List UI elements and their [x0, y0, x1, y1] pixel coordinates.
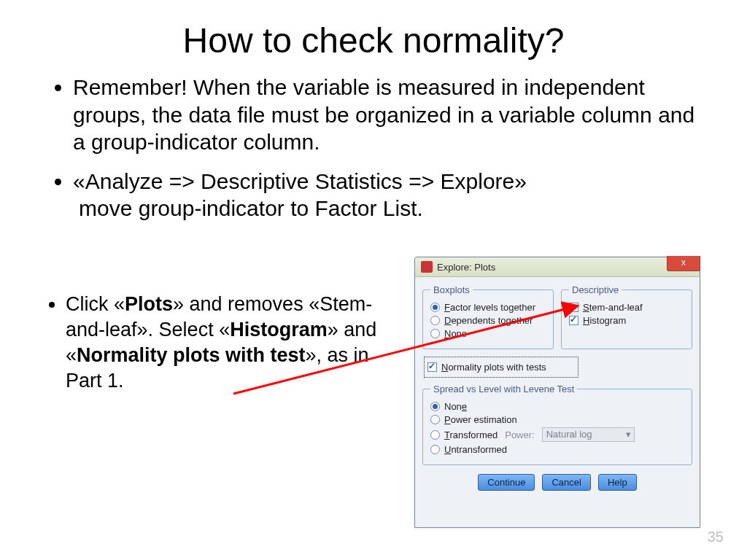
radio-icon [430, 415, 440, 424]
mnemonic: U [444, 444, 451, 455]
descriptive-stem-and-leaf[interactable]: Stem-and-leaf [569, 302, 684, 313]
mnemonic: e [462, 401, 467, 412]
boxplots-factor-levels[interactable]: Factor levels together [430, 302, 546, 313]
spread-legend: Spread vs Level with Levene Test [430, 384, 577, 394]
checkbox-icon [427, 362, 437, 372]
bullet-3-text-a: Click « [66, 293, 125, 315]
checkbox-icon [569, 303, 578, 312]
bullet-1: Remember! When the variable is measured … [73, 74, 703, 156]
mnemonic: N [441, 362, 448, 373]
bullet-3-histogram: Histogram [230, 319, 328, 341]
descriptive-legend: Descriptive [569, 284, 622, 295]
radio-icon [430, 402, 440, 411]
spread-level-group: Spread vs Level with Levene Test None Po… [422, 384, 692, 465]
boxplots-group: Boxplots Factor levels together Dependen… [422, 284, 554, 349]
dialog-body: Boxplots Factor levels together Dependen… [415, 277, 700, 497]
radio-icon [430, 316, 440, 325]
bullet-3-plots: Plots [125, 293, 173, 315]
bullet-2-line1: «Analyze => Descriptive Statistics => Ex… [73, 169, 527, 193]
dialog-title: Explore: Plots [437, 262, 495, 273]
radio-icon [430, 329, 440, 338]
explore-plots-dialog: Explore: Plots x Boxplots Factor levels … [414, 257, 700, 528]
boxplots-legend: Boxplots [430, 284, 473, 295]
cancel-button[interactable]: Cancel [542, 474, 590, 491]
boxplots-none[interactable]: None [430, 328, 546, 339]
spread-transformed[interactable]: Transformed Power: Natural log [430, 427, 684, 442]
bullet-2-line2: move group-indicator to Factor List. [73, 196, 423, 220]
mnemonic: T [444, 429, 449, 440]
bullet-2: «Analyze => Descriptive Statistics => Ex… [73, 168, 703, 222]
app-icon [421, 261, 433, 273]
boxplots-dependents[interactable]: Dependents together [430, 315, 546, 326]
page-number: 35 [708, 529, 724, 545]
mnemonic: D [444, 315, 451, 326]
mnemonic: N [444, 328, 451, 339]
radio-icon [430, 303, 440, 312]
descriptive-group: Descriptive Stem-and-leaf Histogram [561, 284, 692, 349]
mnemonic: F [444, 302, 450, 313]
dialog-titlebar[interactable]: Explore: Plots x [415, 257, 700, 277]
mnemonic: P [444, 414, 451, 425]
mnemonic: S [583, 302, 589, 313]
radio-icon [430, 445, 440, 454]
slide-title: How to check normality? [44, 20, 703, 61]
radio-icon [430, 430, 440, 440]
checkbox-icon [569, 316, 578, 325]
lower-bullet-wrap: Click «Plots» and removes «Stem-and-leaf… [44, 292, 394, 394]
power-combo[interactable]: Natural log [542, 427, 635, 442]
mnemonic: H [583, 315, 589, 326]
descriptive-histogram[interactable]: Histogram [569, 315, 684, 326]
spread-untransformed[interactable]: Untransformed [430, 444, 684, 455]
dialog-button-row: Continue Cancel Help [422, 474, 692, 491]
close-button[interactable]: x [667, 256, 700, 271]
power-label: Power: [505, 429, 534, 440]
bullet-list: Remember! When the variable is measured … [44, 74, 703, 222]
slide: How to check normality? Remember! When t… [0, 0, 747, 560]
spread-power-estimation[interactable]: Power estimation [430, 414, 684, 425]
bullet-3: Click «Plots» and removes «Stem-and-leaf… [66, 292, 394, 394]
continue-button[interactable]: Continue [478, 474, 535, 491]
normality-plots-checkbox[interactable]: Normality plots with tests [424, 357, 578, 378]
help-button[interactable]: Help [598, 474, 637, 491]
bullet-3-normality: Normality plots with test [77, 344, 306, 366]
spread-none[interactable]: None [430, 401, 684, 412]
